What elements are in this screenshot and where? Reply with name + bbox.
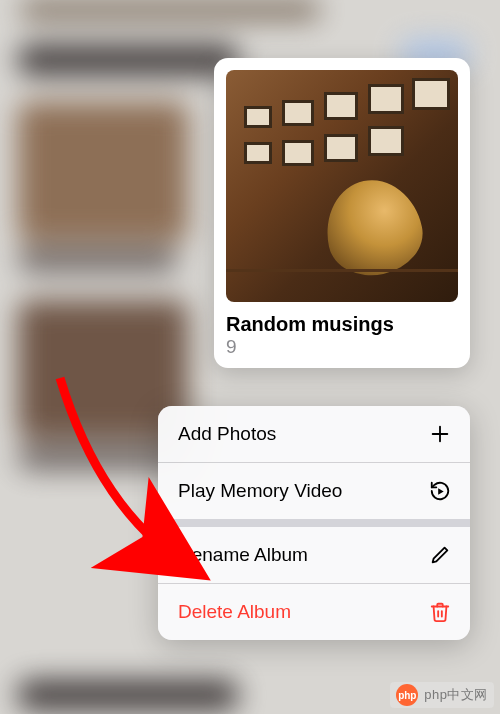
delete-album-menu-item[interactable]: Delete Album [158, 584, 470, 640]
watermark-logo: php [396, 684, 418, 706]
plus-icon [428, 422, 452, 446]
watermark-text: php中文网 [424, 686, 488, 704]
replay-icon [428, 479, 452, 503]
menu-item-label: Delete Album [178, 601, 291, 623]
menu-group-separator [158, 519, 470, 527]
add-photos-menu-item[interactable]: Add Photos [158, 406, 470, 462]
trash-icon [428, 600, 452, 624]
menu-item-label: Play Memory Video [178, 480, 342, 502]
svg-marker-2 [438, 488, 444, 494]
album-preview-card[interactable]: Random musings 9 [214, 58, 470, 368]
album-title: Random musings [226, 312, 458, 336]
menu-item-label: Rename Album [178, 544, 308, 566]
play-memory-video-menu-item[interactable]: Play Memory Video [158, 463, 470, 519]
watermark: php php中文网 [390, 682, 494, 708]
pencil-icon [428, 543, 452, 567]
album-photo-count: 9 [226, 336, 458, 358]
rename-album-menu-item[interactable]: Rename Album [158, 527, 470, 583]
context-menu: Add Photos Play Memory Video Rename Albu… [158, 406, 470, 640]
menu-item-label: Add Photos [178, 423, 276, 445]
album-thumbnail [226, 70, 458, 302]
